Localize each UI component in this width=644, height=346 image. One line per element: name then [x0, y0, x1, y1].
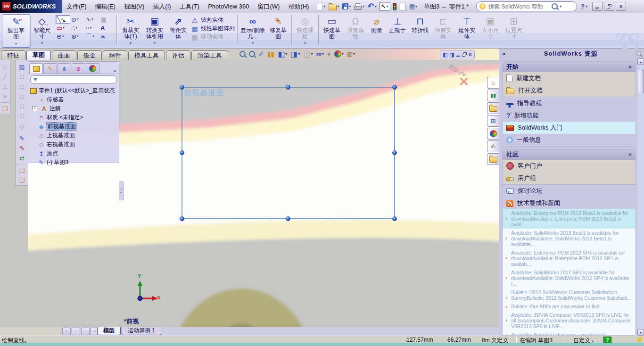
- doc-minimize-button[interactable]: [456, 51, 460, 58]
- tab-weldments[interactable]: 焊件: [103, 50, 127, 60]
- view-back-button[interactable]: □: [16, 72, 28, 82]
- tree-root-part[interactable]: 零件1 (默认<<默认>_显示状态: [30, 86, 119, 95]
- tab-evaluate[interactable]: 评估: [166, 50, 190, 60]
- sketch-button[interactable]: ✎: [16, 133, 28, 143]
- magnify-button[interactable]: ✐: [258, 50, 264, 58]
- open-document-link[interactable]: 打开文档: [503, 84, 636, 97]
- tree-item-origin[interactable]: ↥ 原点: [30, 149, 119, 158]
- search-input[interactable]: [487, 3, 550, 10]
- news-item[interactable]: ›Available: SolidWorks 2012 SP4 is avail…: [503, 268, 636, 288]
- search-icon[interactable]: [552, 3, 558, 9]
- view-orientation-button[interactable]: ◨▾: [290, 49, 300, 58]
- view-left-button[interactable]: □: [16, 82, 28, 91]
- restore-button[interactable]: [604, 2, 614, 11]
- news-item[interactable]: ›Available: Enterprise PDM 2013 Beta1 is…: [503, 209, 636, 229]
- zoom-area-button[interactable]: [249, 51, 255, 57]
- search-box[interactable]: ? ▾: [476, 1, 577, 11]
- design-library-tab[interactable]: ▮▮: [487, 90, 499, 101]
- motion-study-tab[interactable]: 运动算例 1: [122, 327, 161, 335]
- menu-tools[interactable]: 工具(T): [175, 0, 204, 13]
- tab-mold-tools[interactable]: 模具工具: [128, 50, 165, 60]
- configuration-manager-tab[interactable]: ⋔: [58, 63, 71, 74]
- text-tool-button[interactable]: A: [99, 24, 114, 32]
- tab-scroll-prev-button[interactable]: ‹: [72, 328, 80, 335]
- tab-sheet-metal[interactable]: 钣金: [77, 50, 102, 60]
- news-item[interactable]: ›Bulletin: Our API's are now easier to f…: [503, 302, 636, 311]
- scroll-down-button[interactable]: ▼: [637, 329, 644, 336]
- view-front-button[interactable]: ▧: [16, 62, 28, 72]
- expand-plus-icon[interactable]: +: [32, 106, 37, 111]
- pin-icon[interactable]: [636, 51, 641, 56]
- tab-sketch[interactable]: 草图: [26, 50, 51, 60]
- customer-portal-link[interactable]: 客户门户: [503, 160, 636, 172]
- tutorials-link[interactable]: 指导教程: [503, 97, 636, 109]
- arc-tool-button[interactable]: ⌒▾: [85, 32, 99, 41]
- minimize-button[interactable]: [592, 2, 603, 11]
- dropdown-arrow-icon[interactable]: ▾: [337, 5, 339, 8]
- dropdown-arrow-icon[interactable]: ▾: [415, 5, 417, 8]
- mirror-entities-button[interactable]: ⚠镜向实体: [191, 16, 235, 24]
- apply-scene-button[interactable]: ▥▾: [347, 50, 355, 58]
- point-tool-button[interactable]: ∗: [99, 32, 114, 41]
- options-button[interactable]: ▤▾: [408, 2, 418, 10]
- circle-tool-button[interactable]: ⊙▾: [70, 15, 85, 24]
- polygon-tool-button[interactable]: ⊛▾: [70, 32, 85, 41]
- news-item[interactable]: ›Bulletin: 2012 SolidWorks Customer Sati…: [503, 288, 636, 302]
- menu-edit[interactable]: 编辑(E): [91, 0, 120, 13]
- news-item[interactable]: ›Available: Enterprise PDM 2012 SP4 is a…: [503, 248, 636, 268]
- dropdown-arrow-icon[interactable]: ▾: [15, 41, 17, 47]
- resize-grip[interactable]: [637, 337, 642, 342]
- measure-button[interactable]: ⌀ 测量: [367, 14, 386, 33]
- dropdown-arrow-icon[interactable]: ▾: [362, 5, 364, 8]
- more-tabs-chevron-icon[interactable]: »: [113, 68, 118, 74]
- tree-item-sensors[interactable]: ◑ 传感器: [30, 95, 119, 104]
- view-palette-tab[interactable]: ⊞: [487, 115, 499, 127]
- property-manager-tab[interactable]: ✎: [43, 63, 57, 74]
- mate-reference-icon[interactable]: ❑: [0, 104, 10, 114]
- tree-item-annotations[interactable]: + A 注解: [30, 104, 119, 113]
- news-item[interactable]: ›Available: 3DVIA Composer V6R2013 SP0 i…: [503, 311, 636, 330]
- open-document-button[interactable]: ▾: [328, 2, 340, 11]
- dropdown-arrow-icon[interactable]: ▾: [252, 40, 254, 46]
- split-pane-right-icon[interactable]: ◨: [449, 52, 454, 58]
- swap-arrows-button[interactable]: ⇄: [16, 153, 28, 163]
- dimxpert-manager-tab[interactable]: ⊕: [72, 63, 85, 74]
- close-button[interactable]: ×: [616, 2, 626, 11]
- view-right-button[interactable]: □: [16, 91, 28, 101]
- component-tool-button[interactable]: ❑: [16, 165, 28, 175]
- point-spray-tool-button[interactable]: ∴▾: [70, 24, 85, 32]
- offset-entities-button[interactable]: ⇗ 等距实体: [166, 14, 190, 40]
- shadows-button[interactable]: ●: [327, 50, 331, 58]
- line-tool-button[interactable]: ╲▾▲: [56, 15, 70, 24]
- linear-pattern-button[interactable]: ▦线性草图阵列: [191, 25, 235, 33]
- community-section-header[interactable]: 社区 »: [503, 149, 636, 160]
- dropdown-arrow-icon[interactable]: ▾: [375, 5, 377, 8]
- tree-item-front-plane[interactable]: ◆ 前视基准面: [30, 122, 119, 131]
- user-groups-link[interactable]: 用户组: [503, 172, 636, 184]
- jog-line-button[interactable]: ⊓ 转折线: [409, 14, 431, 33]
- model-tab[interactable]: 模型: [97, 327, 121, 335]
- tree-item-top-plane[interactable]: ◇ 上视基准面: [30, 131, 119, 140]
- dropdown-arrow-icon[interactable]: ▾: [154, 40, 156, 46]
- menu-window[interactable]: 窗口(W): [253, 0, 284, 13]
- solidworks-resources-tab[interactable]: ⌂: [487, 77, 499, 89]
- file-explorer-tab[interactable]: [487, 102, 499, 114]
- custom-properties-tab[interactable]: ✍: [487, 140, 499, 152]
- display-delete-relations-button[interactable]: ∞ 显示/删除几... ▾: [239, 14, 266, 46]
- smart-dimension-button[interactable]: ◇↔ 智能尺寸 ▾: [30, 14, 54, 46]
- view-bottom-button[interactable]: □: [16, 111, 28, 121]
- menu-view[interactable]: 视图(V): [120, 0, 149, 13]
- scrollbar-thumb[interactable]: [638, 69, 644, 94]
- whats-new-link[interactable]: ?新增功能: [503, 109, 636, 122]
- split-pane-left-icon[interactable]: ◧: [443, 52, 447, 58]
- view-top-button[interactable]: □: [16, 101, 28, 111]
- display-style-button[interactable]: ◫▾: [303, 49, 313, 58]
- menu-help[interactable]: 帮助(H): [284, 0, 313, 13]
- trim-entities-button[interactable]: ✂ 剪裁实体(T) ▾: [118, 14, 143, 46]
- tree-item-sketch3[interactable]: ✎ (-) 草图3: [30, 158, 119, 167]
- feature-manager-tab[interactable]: [29, 63, 43, 74]
- 3d-sketch-button[interactable]: ✎: [16, 143, 28, 153]
- menu-file[interactable]: 文件(F): [62, 0, 91, 13]
- cancel-sketch-icon[interactable]: ×: [459, 74, 469, 88]
- menu-photoview[interactable]: PhotoView 360: [204, 0, 253, 13]
